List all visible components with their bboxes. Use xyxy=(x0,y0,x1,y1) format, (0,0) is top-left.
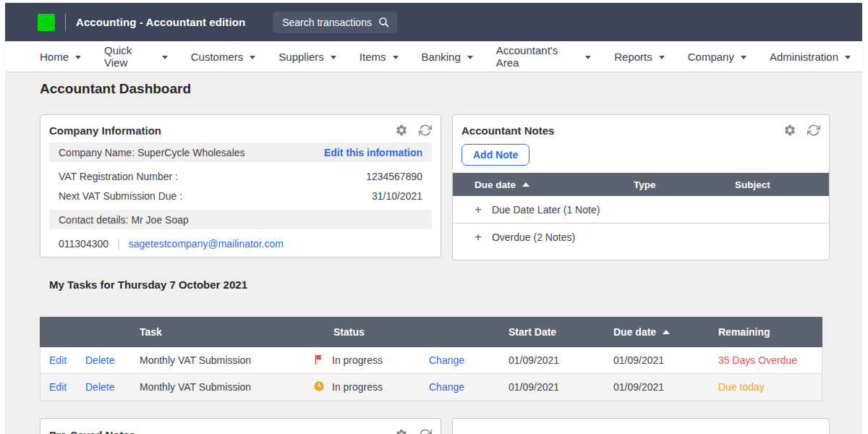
search-box[interactable] xyxy=(273,12,397,33)
nav-item-accountants-area[interactable]: Accountant's Area xyxy=(485,41,603,72)
caret-down-icon xyxy=(393,56,399,59)
note-group-label: Due Date Later (1 Note) xyxy=(492,204,600,216)
contact-details: Contact details: Mr Joe Soap xyxy=(59,214,189,226)
nav-item-suppliers[interactable]: Suppliers xyxy=(267,41,348,72)
nav-item-label: Suppliers xyxy=(278,51,324,63)
page-title: Accountant Dashboard xyxy=(40,81,191,97)
company-information-panel: Company Information Company Name: SuperC… xyxy=(40,114,441,258)
nav-item-customers[interactable]: Customers xyxy=(179,41,268,72)
caret-down-icon xyxy=(331,56,336,59)
column-label: Due date xyxy=(475,179,516,190)
clock-icon xyxy=(313,380,325,394)
note-group-due-date-later[interactable]: + Due Date Later (1 Note) xyxy=(453,196,829,224)
gear-icon[interactable] xyxy=(395,124,408,137)
panel-title: Company Information xyxy=(49,124,161,137)
dashboard-content: Accountant Dashboard Company Information… xyxy=(5,72,862,434)
edit-task-link[interactable]: Edit xyxy=(49,381,67,393)
caret-down-icon xyxy=(659,56,665,59)
task-name: Monthly VAT Submission xyxy=(140,354,313,366)
note-group-label: Overdue (2 Notes) xyxy=(492,231,575,243)
nav-item-reports[interactable]: Reports xyxy=(603,41,676,72)
expand-icon[interactable]: + xyxy=(475,230,482,244)
tasks-col-start-date: Start Date xyxy=(509,326,613,338)
brand-logo xyxy=(38,14,55,31)
change-status-link[interactable]: Change xyxy=(429,354,464,366)
search-icon[interactable] xyxy=(378,16,390,28)
nav-item-quick-view[interactable]: Quick View xyxy=(93,41,179,72)
search-input[interactable] xyxy=(282,17,378,28)
edit-information-link[interactable]: Edit this information xyxy=(324,147,422,158)
task-status: In progress xyxy=(332,381,383,393)
caret-down-icon xyxy=(845,56,851,59)
task-remaining: 35 Days Overdue xyxy=(718,354,822,366)
panel-header: Accountant Notes xyxy=(453,115,829,142)
next-vat-label: Next VAT Submission Due : xyxy=(59,190,182,202)
delete-task-link[interactable]: Delete xyxy=(85,354,114,366)
divider: | xyxy=(117,238,120,250)
notes-col-due-date[interactable]: Due date xyxy=(453,179,619,190)
panel-header: Company Information xyxy=(41,115,441,142)
caret-down-icon xyxy=(585,56,591,59)
task-start-date: 01/09/2021 xyxy=(509,354,613,366)
nav-item-label: Administration xyxy=(770,51,838,63)
bottom-left-panel: Pre-Saved Notes xyxy=(40,418,441,434)
tasks-col-status: Status xyxy=(313,326,429,338)
sort-asc-icon xyxy=(522,182,529,187)
phone-email-row: 011304300 | sagetestcompany@mailinator.c… xyxy=(49,234,432,253)
app-title: Accounting - Accountant edition xyxy=(76,16,245,28)
caret-down-icon xyxy=(75,56,81,59)
notes-table-header: Due date Type Subject xyxy=(453,173,829,196)
nav-item-banking[interactable]: Banking xyxy=(410,41,485,72)
nav-item-company[interactable]: Company xyxy=(676,41,758,72)
company-name-row: Company Name: SuperCycle Wholesales Edit… xyxy=(49,142,432,162)
tasks-table-header: Task Status Start Date Due date Remainin… xyxy=(40,317,822,347)
column-label: Due date xyxy=(613,326,656,338)
caret-down-icon xyxy=(741,56,746,59)
edit-task-link[interactable]: Edit xyxy=(49,354,67,366)
caret-down-icon xyxy=(467,56,473,59)
task-start-date: 01/09/2021 xyxy=(509,381,613,393)
next-vat-value: 31/10/2021 xyxy=(372,190,422,202)
change-status-link[interactable]: Change xyxy=(429,381,464,393)
nav-item-administration[interactable]: Administration xyxy=(758,41,862,72)
accountant-notes-panel: Accountant Notes Add Note Due date Type … xyxy=(452,114,830,260)
sort-asc-icon xyxy=(663,330,670,334)
expand-icon[interactable]: + xyxy=(475,203,482,217)
bottom-right-panel xyxy=(452,418,830,434)
nav-item-label: Customers xyxy=(191,51,244,63)
phone-number: 011304300 xyxy=(59,238,109,250)
notes-col-type: Type xyxy=(619,179,735,190)
tasks-col-due-date[interactable]: Due date xyxy=(613,326,718,338)
task-due-date: 01/09/2021 xyxy=(613,381,718,393)
refresh-icon[interactable] xyxy=(419,124,432,137)
nav-item-items[interactable]: Items xyxy=(348,41,410,72)
contact-details-row: Contact details: Mr Joe Soap xyxy=(49,210,432,229)
task-row: Edit Delete Monthly VAT Submission In pr… xyxy=(40,374,822,401)
delete-task-link[interactable]: Delete xyxy=(85,381,114,393)
nav-item-label: Home xyxy=(40,51,69,63)
email-link[interactable]: sagetestcompany@mailinator.com xyxy=(129,238,284,250)
topbar-divider xyxy=(65,14,66,31)
refresh-icon[interactable] xyxy=(807,124,820,137)
gear-icon[interactable] xyxy=(783,124,796,137)
task-status: In progress xyxy=(332,354,383,366)
nav-item-home[interactable]: Home xyxy=(28,41,93,72)
nav-item-label: Reports xyxy=(614,51,652,63)
notes-col-subject: Subject xyxy=(735,179,829,190)
tasks-col-remaining: Remaining xyxy=(718,326,822,338)
panel-header: Pre-Saved Notes xyxy=(41,419,441,434)
nav-item-label: Quick View xyxy=(104,44,156,69)
task-remaining: Due today xyxy=(718,381,822,393)
main-nav: Home Quick View Customers Suppliers Item… xyxy=(5,41,862,72)
company-name: Company Name: SuperCycle Wholesales xyxy=(59,147,245,158)
gear-icon[interactable] xyxy=(395,428,408,434)
tasks-heading: My Tasks for Thursday 7 October 2021 xyxy=(49,278,247,291)
task-row: Edit Delete Monthly VAT Submission In pr… xyxy=(40,347,822,374)
caret-down-icon xyxy=(162,56,168,59)
add-note-button[interactable]: Add Note xyxy=(461,144,529,166)
red-flag-icon xyxy=(313,354,325,367)
refresh-icon[interactable] xyxy=(419,428,432,434)
note-group-overdue[interactable]: + Overdue (2 Notes) xyxy=(453,224,829,251)
vat-value: 1234567890 xyxy=(366,171,422,182)
vat-registration-row: VAT Registration Number : 1234567890 xyxy=(49,166,432,186)
